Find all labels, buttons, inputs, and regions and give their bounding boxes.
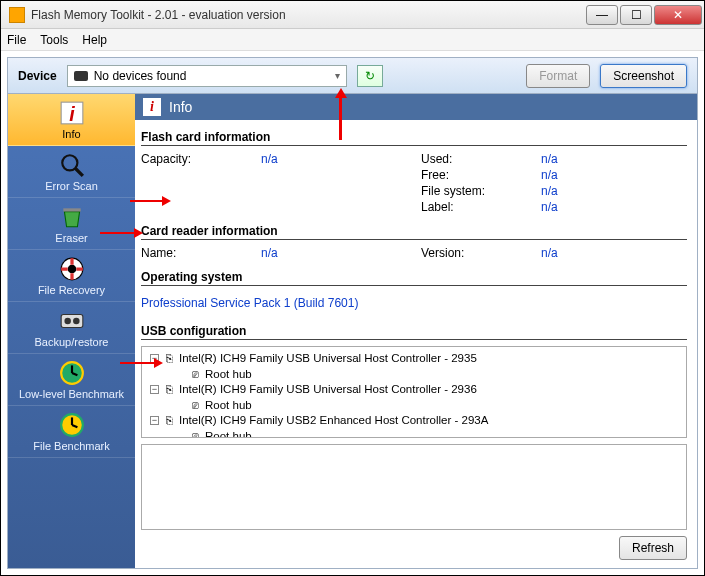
sidebar-item-info[interactable]: i Info [8,94,135,146]
menu-file[interactable]: File [7,33,26,47]
annotation-arrow-icon [335,88,347,98]
flash-card-grid: Capacity: n/a Used: n/a Free: n/a File s… [141,152,687,214]
collapse-icon[interactable]: − [150,385,159,394]
sidebar-item-label: File Benchmark [33,440,109,452]
filesystem-value: n/a [541,184,661,198]
tree-node-controller[interactable]: −⎘Intel(R) ICH9 Family USB Universal Hos… [150,351,682,367]
sidebar-item-file-recovery[interactable]: File Recovery [8,250,135,302]
volume-label-label: Label: [421,200,541,214]
annotation-arrow-stem [339,98,342,140]
tape-icon [59,308,85,334]
main-frame: Device No devices found ▾ ↻ Format Scree… [7,57,698,569]
info-icon: i [59,100,85,126]
filesystem-label: File system: [421,184,541,198]
svg-line-3 [75,168,83,176]
card-reader-grid: Name: n/a Version: n/a [141,246,687,260]
annotation-arrow-stem [100,232,134,234]
maximize-button[interactable]: ☐ [620,5,652,25]
menu-tools[interactable]: Tools [40,33,68,47]
app-icon [9,7,25,23]
sidebar-item-label: Backup/restore [35,336,109,348]
device-dropdown[interactable]: No devices found ▾ [67,65,347,87]
tree-node-roothub[interactable]: ⎚Root hub [188,429,682,438]
sidebar-item-label: Info [62,128,80,140]
refresh-devices-button[interactable]: ↻ [357,65,383,87]
svg-point-6 [67,264,76,273]
refresh-icon: ↻ [365,69,375,83]
usb-tree[interactable]: −⎘Intel(R) ICH9 Family USB Universal Hos… [141,346,687,438]
trash-icon [59,204,85,230]
annotation-arrow-stem [130,200,162,202]
sidebar-item-label: Error Scan [45,180,98,192]
svg-text:i: i [69,102,75,124]
device-toolbar: Device No devices found ▾ ↻ Format Scree… [8,58,697,94]
menu-help[interactable]: Help [82,33,107,47]
card-reader-heading: Card reader information [141,224,687,240]
free-label: Free: [421,168,541,182]
sidebar-item-backup-restore[interactable]: Backup/restore [8,302,135,354]
collapse-icon[interactable]: − [150,416,159,425]
used-value: n/a [541,152,661,166]
window-title: Flash Memory Toolkit - 2.01 - evaluation… [31,8,584,22]
close-button[interactable]: ✕ [654,5,702,25]
reader-version-label: Version: [421,246,541,260]
sidebar-item-eraser[interactable]: Eraser [8,198,135,250]
clock-icon [59,412,85,438]
reader-version-value: n/a [541,246,661,260]
format-button[interactable]: Format [526,64,590,88]
hub-icon: ⎚ [188,368,202,380]
svg-rect-4 [63,208,80,211]
device-label: Device [18,69,57,83]
tree-node-roothub[interactable]: ⎚Root hub [188,398,682,414]
reader-name-label: Name: [141,246,261,260]
lifebuoy-icon [59,256,85,282]
controller-icon: ⎘ [162,384,176,396]
sidebar-item-label: Low-level Benchmark [19,388,124,400]
sidebar: i Info Error Scan Eraser File [8,94,135,568]
annotation-arrow-icon [162,196,171,206]
annotation-arrow-icon [134,228,143,238]
info-icon: i [143,98,161,116]
free-value: n/a [541,168,661,182]
controller-icon: ⎘ [162,415,176,427]
annotation-arrow-icon [154,358,163,368]
device-selected-text: No devices found [94,69,187,83]
tree-node-controller[interactable]: −⎘Intel(R) ICH9 Family USB Universal Hos… [150,382,682,398]
svg-point-9 [73,317,80,324]
used-label: Used: [421,152,541,166]
panel-header: i Info [135,94,697,120]
magnifier-icon [59,152,85,178]
panel-title: Info [169,99,192,115]
hub-icon: ⎚ [188,430,202,438]
os-heading: Operating system [141,270,687,286]
chevron-down-icon: ▾ [335,70,340,81]
screenshot-button[interactable]: Screenshot [600,64,687,88]
sidebar-item-label: Eraser [55,232,87,244]
svg-point-8 [64,317,70,324]
controller-icon: ⎘ [162,353,176,365]
reader-name-value: n/a [261,246,421,260]
flash-card-heading: Flash card information [141,130,687,146]
menu-bar: File Tools Help [1,29,704,51]
tree-node-controller[interactable]: −⎘Intel(R) ICH9 Family USB2 Enhanced Hos… [150,413,682,429]
volume-label-value: n/a [541,200,661,214]
hub-icon: ⎚ [188,399,202,411]
os-value: Professional Service Pack 1 (Build 7601) [141,296,687,310]
sidebar-item-low-level-benchmark[interactable]: Low-level Benchmark [8,354,135,406]
content-panel: i Info Flash card information Capacity: … [135,94,697,568]
detail-box [141,444,687,530]
clock-icon [59,360,85,386]
capacity-label: Capacity: [141,152,261,166]
title-bar: Flash Memory Toolkit - 2.01 - evaluation… [1,1,704,29]
refresh-button[interactable]: Refresh [619,536,687,560]
sidebar-item-error-scan[interactable]: Error Scan [8,146,135,198]
capacity-value: n/a [261,152,421,166]
usb-heading: USB configuration [141,324,687,340]
svg-point-2 [62,155,77,170]
minimize-button[interactable]: — [586,5,618,25]
sidebar-item-label: File Recovery [38,284,105,296]
drive-icon [74,71,88,81]
tree-node-roothub[interactable]: ⎚Root hub [188,367,682,383]
annotation-arrow-stem [120,362,154,364]
sidebar-item-file-benchmark[interactable]: File Benchmark [8,406,135,458]
